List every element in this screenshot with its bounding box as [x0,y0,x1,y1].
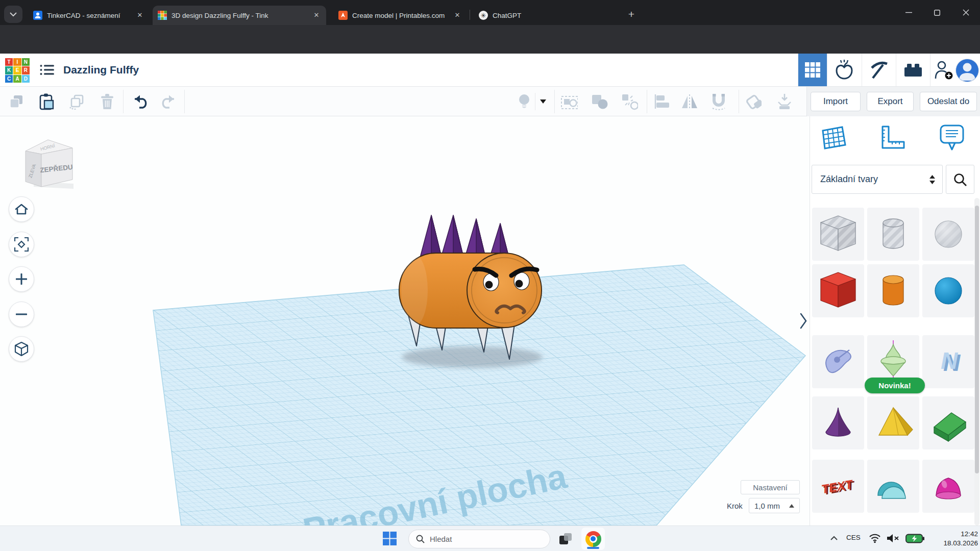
caret-down-icon [540,99,546,104]
chatgpt-favicon: ✳ [479,11,488,20]
tab-dazzling-fulffy[interactable]: 3D design Dazzling Fulffy - Tink ✕ [153,6,326,25]
new-tab-button[interactable]: + [624,7,639,22]
shape-paraboloid[interactable] [922,460,974,513]
edit-toolbar: Import Export Odeslat do [0,87,980,116]
lightbulb-dropdown[interactable] [537,93,549,110]
select-group-button[interactable] [560,93,578,110]
duplicate-button[interactable] [68,93,85,110]
mirror-icon [681,94,698,109]
shape-scribble[interactable] [812,335,864,388]
tab-close-icon[interactable]: ✕ [453,11,462,20]
shape-roof[interactable] [922,396,974,449]
battery-button[interactable] [905,534,925,543]
active-app-indicator [587,547,599,549]
copy-button[interactable] [8,93,25,110]
shape-box-hole[interactable] [812,208,864,261]
taskbar-search[interactable]: Hledat [408,530,550,548]
shape-text-letters[interactable]: NN [922,335,974,388]
logo-tile: R [22,66,30,74]
logo-tile: D [22,75,30,83]
export-button[interactable]: Export [867,92,914,111]
shape-sphere[interactable] [922,264,974,317]
grid-settings-button[interactable]: Nastavení [741,480,800,494]
chrome-taskbar-button[interactable] [581,528,605,550]
browser-tab-bar: TinkerCAD - seznámení ✕ 3D design Dazzli… [0,0,980,25]
duplicate-icon [68,93,85,110]
workplane-tool-button[interactable] [744,93,762,110]
shape-pyramid[interactable] [867,396,919,449]
fit-view-button[interactable] [9,232,34,257]
start-button[interactable] [383,532,397,545]
view-3d-button[interactable] [798,54,827,86]
svg-text:N: N [941,347,958,374]
tab-tinkercad-seznameni[interactable]: TinkerCAD - seznámení ✕ [28,6,150,25]
tinkercad-logo[interactable]: T I N K E R C A D [5,58,30,83]
viewport-3d[interactable]: Pracovní plocha [0,116,810,525]
sim-lab-button[interactable] [827,54,861,86]
shape-half-cylinder[interactable] [867,460,919,513]
window-maximize-button[interactable] [923,0,951,25]
delete-button[interactable] [99,93,116,110]
import-button[interactable]: Import [811,92,861,111]
panel-scrollbar[interactable] [974,198,979,525]
tray-clock[interactable]: 12:42 18.03.2026 [933,530,978,548]
tab-title: ChatGPT [493,12,611,19]
view-cube[interactable]: HORNÍ ZLEVA ZEPŘEDU [18,131,80,196]
windows-taskbar: Hledat CES 12:42 18.03.2026 [0,525,980,551]
shape-text-3d[interactable]: TEXTTEXT [812,460,864,513]
panel-collapse-button[interactable] [799,312,807,330]
avatar[interactable] [955,59,979,82]
tab-close-icon[interactable]: ✕ [312,11,321,20]
shape-cone[interactable] [812,396,864,449]
scrollbar-thumb[interactable] [975,206,979,473]
window-minimize-button[interactable] [894,0,923,25]
align-button[interactable] [653,93,671,110]
paste-button[interactable] [38,93,55,110]
ruler-tool-button[interactable] [776,93,793,110]
show-all-button[interactable] [516,93,533,110]
tray-expand-button[interactable] [829,533,839,543]
window-close-button[interactable] [951,0,980,25]
shape-sphere-hole[interactable] [922,208,974,261]
home-icon [15,203,28,215]
invite-collaborator-button[interactable] [932,54,955,86]
shape-box[interactable] [812,264,864,317]
undo-button[interactable] [130,93,148,110]
tray-time: 12:42 [933,530,978,539]
zoom-in-button[interactable] [9,266,34,292]
perspective-toggle-button[interactable] [9,336,34,362]
language-indicator[interactable]: CES [846,534,861,541]
bricks-mode-button[interactable] [896,54,930,86]
tab-close-icon[interactable]: ✕ [135,11,144,20]
scene-canvas[interactable]: Pracovní plocha [0,116,810,525]
blocks-mode-button[interactable] [862,54,896,86]
design-menu-button[interactable] [37,54,57,86]
list-menu-icon [40,64,54,76]
mirror-button[interactable] [681,93,698,110]
ruler-helper-button[interactable] [877,123,906,152]
snap-button[interactable] [709,93,727,110]
divider [930,54,930,86]
ungroup-button[interactable] [621,93,638,110]
home-view-button[interactable] [9,196,34,222]
tab-printables[interactable]: Create model | Printables.com ✕ [333,6,467,25]
tab-search-button[interactable] [4,6,22,23]
shape-cylinder[interactable] [867,264,919,317]
shape-category-select[interactable]: Základní tvary [812,165,943,194]
design-title[interactable]: Dazzling Fulffy [63,64,139,76]
step-dropdown[interactable]: 1,0 mm [749,498,800,513]
zoom-out-button[interactable] [9,302,34,327]
tab-chatgpt[interactable]: ✳ ChatGPT [474,6,617,25]
task-view-button[interactable] [558,532,573,546]
volume-button[interactable] [886,533,900,543]
wifi-button[interactable] [869,533,881,543]
new-badge: Novinka! [865,378,925,393]
shape-cylinder-hole[interactable] [867,208,919,261]
group-button[interactable] [591,93,608,110]
workplane-helper-button[interactable] [818,123,847,152]
redo-button[interactable] [160,93,178,110]
search-icon [953,173,967,186]
send-to-button[interactable]: Odeslat do [920,92,977,111]
notes-button[interactable] [938,123,966,152]
shape-search-button[interactable] [946,165,974,194]
